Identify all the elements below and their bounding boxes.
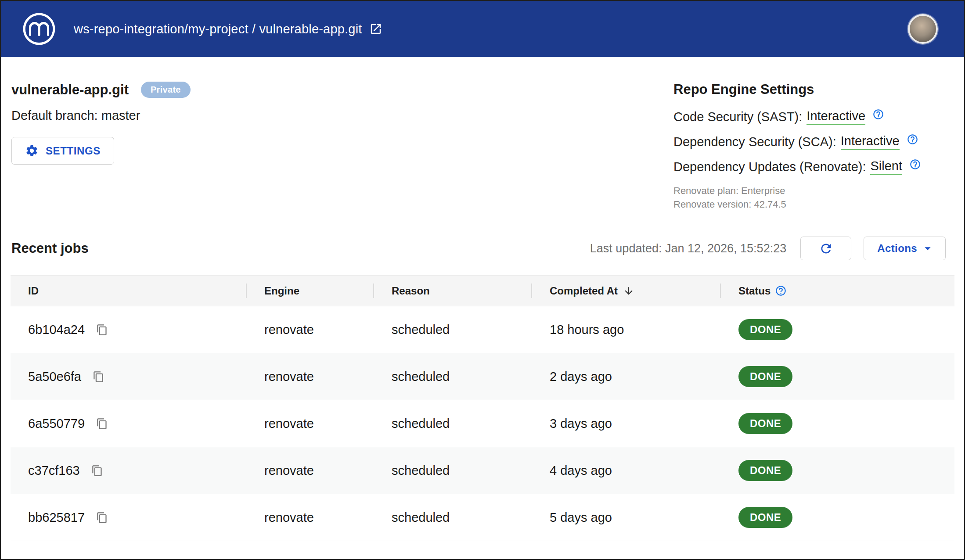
sca-setting-value-link[interactable]: Interactive <box>841 134 900 150</box>
jobs-table: ID Engine Reason Completed At Status <box>11 275 954 541</box>
sca-setting-label: Dependency Security (SCA): <box>673 135 836 149</box>
status-help-icon[interactable] <box>775 285 787 297</box>
open-in-new-icon[interactable] <box>369 22 382 36</box>
job-status-cell: DONE <box>721 413 954 434</box>
settings-button-label: SETTINGS <box>46 145 101 157</box>
status-badge: DONE <box>738 366 792 387</box>
job-engine: renovate <box>247 323 374 337</box>
renovate-help-icon[interactable] <box>909 158 921 170</box>
copy-id-button[interactable] <box>93 371 104 383</box>
job-id: c37cf163 <box>28 463 80 478</box>
job-completed-at: 4 days ago <box>532 463 721 478</box>
job-id-cell: 5a50e6fa <box>11 370 247 384</box>
job-id-cell: bb625817 <box>11 510 247 525</box>
renovate-version-label: Renovate version: 42.74.5 <box>673 197 946 211</box>
renovate-plan-label: Renovate plan: Enterprise <box>673 184 946 197</box>
repo-info: vulnerable-app.git Private Default branc… <box>11 82 191 165</box>
job-engine: renovate <box>247 370 374 384</box>
copy-id-button[interactable] <box>91 465 103 477</box>
sca-setting-row: Dependency Security (SCA): Interactive <box>673 134 946 150</box>
sast-setting-row: Code Security (SAST): Interactive <box>673 109 946 125</box>
mend-logo-icon[interactable] <box>21 11 57 47</box>
job-engine: renovate <box>247 463 374 478</box>
copy-id-button[interactable] <box>96 418 108 430</box>
column-header-completed-at[interactable]: Completed At <box>532 276 721 306</box>
copy-icon <box>96 512 108 524</box>
copy-icon <box>96 324 108 336</box>
job-status-cell: DONE <box>721 366 954 387</box>
column-header-completed-at-label: Completed At <box>550 285 618 297</box>
repo-engine-settings: Repo Engine Settings Code Security (SAST… <box>673 82 946 211</box>
user-avatar[interactable] <box>908 14 938 44</box>
job-engine: renovate <box>247 510 374 525</box>
breadcrumb-text: ws-repo-integration/my-project / vulnera… <box>74 22 362 36</box>
private-badge: Private <box>141 82 191 98</box>
gear-icon <box>25 144 39 158</box>
status-badge: DONE <box>738 319 792 340</box>
job-reason: scheduled <box>374 463 532 478</box>
refresh-button[interactable] <box>800 237 851 260</box>
sort-descending-icon[interactable] <box>623 285 634 297</box>
recent-jobs-title: Recent jobs <box>11 241 89 256</box>
table-row: c37cf163 renovate scheduled 4 days ago D… <box>11 447 954 494</box>
jobs-table-header-row: ID Engine Reason Completed At Status <box>11 275 954 306</box>
last-updated-label: Last updated: Jan 12, 2026, 15:52:23 <box>590 242 786 255</box>
job-reason: scheduled <box>374 323 532 337</box>
job-completed-at: 2 days ago <box>532 370 721 384</box>
copy-id-button[interactable] <box>96 324 108 336</box>
job-reason: scheduled <box>374 416 532 431</box>
renovate-setting-value-link[interactable]: Silent <box>870 159 902 175</box>
job-completed-at: 18 hours ago <box>532 323 721 337</box>
table-row: 6a550779 renovate scheduled 3 days ago D… <box>11 400 954 447</box>
copy-icon <box>96 418 108 430</box>
job-id-cell: c37cf163 <box>11 463 247 478</box>
settings-button[interactable]: SETTINGS <box>11 137 114 165</box>
column-header-reason-label: Reason <box>392 285 430 297</box>
job-status-cell: DONE <box>721 460 954 481</box>
column-header-engine-label: Engine <box>264 285 299 297</box>
engine-settings-title: Repo Engine Settings <box>673 82 946 97</box>
copy-icon <box>91 465 103 477</box>
job-status-cell: DONE <box>721 319 954 340</box>
copy-icon <box>93 371 104 383</box>
job-engine: renovate <box>247 416 374 431</box>
job-id-cell: 6a550779 <box>11 416 247 431</box>
job-reason: scheduled <box>374 510 532 525</box>
app-window: ws-repo-integration/my-project / vulnera… <box>0 0 965 560</box>
status-badge: DONE <box>738 413 792 434</box>
repo-summary-section: vulnerable-app.git Private Default branc… <box>1 57 964 229</box>
copy-id-button[interactable] <box>96 512 108 524</box>
breadcrumb[interactable]: ws-repo-integration/my-project / vulnera… <box>74 22 382 36</box>
sast-setting-value-link[interactable]: Interactive <box>807 109 865 125</box>
status-badge: DONE <box>738 460 792 481</box>
renovate-setting-label: Dependency Updates (Renovate): <box>673 160 866 174</box>
job-id: 6b104a24 <box>28 323 85 337</box>
job-id: 5a50e6fa <box>28 370 81 384</box>
column-header-engine: Engine <box>247 276 374 306</box>
table-row: 6b104a24 renovate scheduled 18 hours ago… <box>11 306 954 353</box>
sca-help-icon[interactable] <box>907 133 918 145</box>
table-row: bb625817 renovate scheduled 5 days ago D… <box>11 494 954 541</box>
caret-down-icon <box>921 241 935 255</box>
top-navigation-bar: ws-repo-integration/my-project / vulnera… <box>1 1 964 57</box>
jobs-table-body: 6b104a24 renovate scheduled 18 hours ago… <box>11 306 954 541</box>
actions-button[interactable]: Actions <box>864 237 946 260</box>
job-reason: scheduled <box>374 370 532 384</box>
column-header-status: Status <box>721 276 954 306</box>
column-header-id: ID <box>11 276 247 306</box>
repo-name: vulnerable-app.git <box>11 82 129 98</box>
sast-setting-label: Code Security (SAST): <box>673 110 802 124</box>
table-row: 5a50e6fa renovate scheduled 2 days ago D… <box>11 353 954 400</box>
sast-help-icon[interactable] <box>872 108 884 120</box>
default-branch-label: Default branch: master <box>11 108 191 123</box>
job-status-cell: DONE <box>721 507 954 528</box>
actions-button-label: Actions <box>877 242 917 255</box>
column-header-reason: Reason <box>374 276 532 306</box>
refresh-icon <box>819 241 833 256</box>
job-completed-at: 5 days ago <box>532 510 721 525</box>
recent-jobs-header: Recent jobs Last updated: Jan 12, 2026, … <box>1 235 964 262</box>
column-header-status-label: Status <box>738 285 771 297</box>
renovate-setting-row: Dependency Updates (Renovate): Silent <box>673 159 946 175</box>
status-badge: DONE <box>738 507 792 528</box>
job-id-cell: 6b104a24 <box>11 323 247 337</box>
